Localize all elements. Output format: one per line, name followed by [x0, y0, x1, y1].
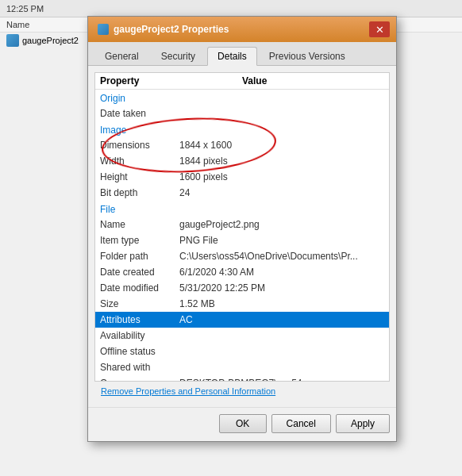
- properties-dialog: gaugeProject2 Properties ✕ General Secur…: [87, 16, 397, 442]
- close-button[interactable]: ✕: [369, 21, 390, 37]
- remove-properties-link[interactable]: Remove Properties and Personal Informati…: [94, 382, 390, 401]
- explorer-timestamp: 12:25 PM: [6, 4, 44, 13]
- tab-previous-versions[interactable]: Previous Versions: [259, 47, 356, 65]
- table-row: Name gaugeProject2.png: [95, 217, 389, 232]
- table-row: Width 1844 pixels: [95, 153, 389, 169]
- button-bar: OK Cancel Apply: [88, 407, 396, 441]
- table-row: Date created 6/1/2020 4:30 AM: [95, 264, 389, 280]
- section-origin: Origin: [95, 90, 389, 106]
- title-bar-left: gaugeProject2 Properties: [98, 24, 229, 35]
- tab-security[interactable]: Security: [151, 47, 206, 65]
- tab-general[interactable]: General: [94, 47, 149, 65]
- table-row: Size 1.52 MB: [95, 296, 389, 312]
- table-row: Folder path C:\Users\oss54\OneDrive\Docu…: [95, 248, 389, 264]
- table-row: Date taken: [95, 106, 389, 121]
- explorer-header: 12:25 PM: [0, 0, 462, 17]
- dialog-icon: [98, 24, 109, 35]
- header-property: Property: [100, 75, 242, 86]
- properties-table: Property Value Origin Date taken Image D…: [94, 72, 390, 382]
- file-name: gaugeProject2: [22, 36, 79, 45]
- header-value: Value: [242, 75, 384, 86]
- dialog-content: Property Value Origin Date taken Image D…: [88, 66, 396, 407]
- table-row: Availability: [95, 328, 389, 344]
- table-scroll-area[interactable]: Property Value Origin Date taken Image D…: [95, 73, 389, 381]
- table-row: Item type PNG File: [95, 232, 389, 248]
- tab-details[interactable]: Details: [207, 47, 257, 66]
- apply-button[interactable]: Apply: [336, 414, 390, 433]
- table-header: Property Value: [95, 73, 389, 90]
- table-row: Bit depth 24: [95, 185, 389, 201]
- table-row: Shared with: [95, 359, 389, 375]
- dialog-title: gaugeProject2 Properties: [114, 24, 229, 35]
- table-row: Height 1600 pixels: [95, 169, 389, 185]
- table-row: Date modified 5/31/2020 12:25 PM: [95, 280, 389, 296]
- table-row: Owner DESKTOP-BBMBEG7\oss54: [95, 375, 389, 381]
- section-image: Image: [95, 121, 389, 137]
- tabs-container: General Security Details Previous Versio…: [88, 42, 396, 66]
- cancel-button[interactable]: Cancel: [271, 414, 331, 433]
- ok-button[interactable]: OK: [219, 414, 267, 433]
- table-row: Offline status: [95, 344, 389, 359]
- table-row: Dimensions 1844 x 1600: [95, 137, 389, 153]
- section-file: File: [95, 201, 389, 217]
- title-bar: gaugeProject2 Properties ✕: [88, 17, 396, 42]
- table-row-attributes[interactable]: Attributes AC: [95, 312, 389, 328]
- file-icon: [6, 34, 19, 47]
